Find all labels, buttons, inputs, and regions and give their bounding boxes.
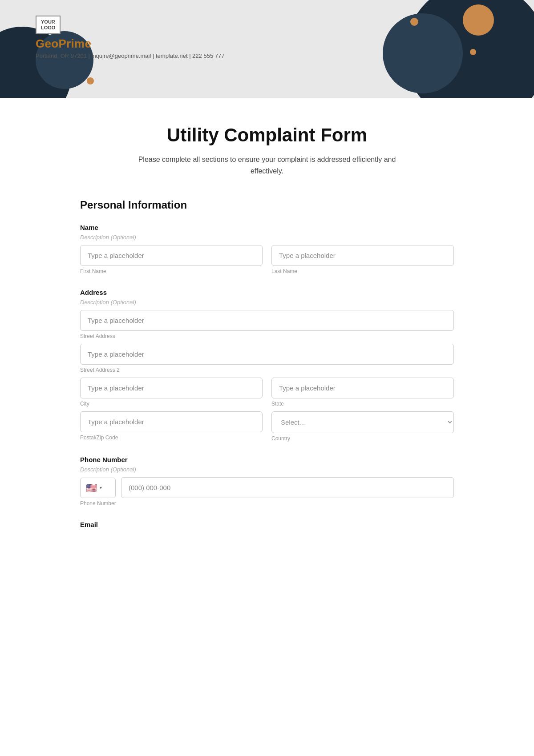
email-field-group: Email: [80, 521, 454, 528]
street1-input[interactable]: [80, 310, 454, 331]
name-input-row: First Name Last Name: [80, 245, 454, 274]
phone-input-wrap: [121, 477, 454, 498]
address-label: Address: [80, 289, 454, 296]
zip-input[interactable]: [80, 411, 263, 432]
form-subtitle: Please complete all sections to ensure y…: [134, 154, 400, 177]
last-name-input[interactable]: [271, 245, 454, 266]
email-label: Email: [80, 521, 454, 528]
zip-col: Postal/Zip Code: [80, 411, 263, 442]
first-name-col: First Name: [80, 245, 263, 274]
city-input[interactable]: [80, 378, 263, 398]
address-field-group: Address Description (Optional) Street Ad…: [80, 289, 454, 442]
first-name-input[interactable]: [80, 245, 263, 266]
first-name-sublabel: First Name: [80, 268, 263, 274]
phone-sublabel: Phone Number: [80, 500, 454, 507]
country-col: Select... United States Canada United Ki…: [271, 411, 454, 442]
last-name-sublabel: Last Name: [271, 268, 454, 274]
state-sublabel: State: [271, 401, 454, 407]
section-title-personal: Personal Information: [80, 199, 454, 211]
name-field-group: Name Description (Optional) First Name L…: [80, 224, 454, 274]
phone-label: Phone Number: [80, 456, 454, 463]
phone-field-group: Phone Number Description (Optional) 🇺🇸 ▾…: [80, 456, 454, 507]
name-label: Name: [80, 224, 454, 231]
country-sublabel: Country: [271, 435, 454, 442]
main-content: Utility Complaint Form Please complete a…: [62, 98, 472, 582]
address-description: Description (Optional): [80, 299, 454, 306]
zip-sublabel: Postal/Zip Code: [80, 434, 263, 441]
street2-sublabel: Street Address 2: [80, 367, 454, 373]
street1-sublabel: Street Address: [80, 333, 454, 339]
phone-description: Description (Optional): [80, 466, 454, 473]
city-col: City: [80, 378, 263, 407]
city-state-row: City State: [80, 378, 454, 407]
street1-wrap: Street Address: [80, 310, 454, 339]
country-select[interactable]: Select... United States Canada United Ki…: [271, 411, 454, 433]
personal-info-section: Personal Information Name Description (O…: [80, 199, 454, 528]
zip-country-row: Postal/Zip Code Select... United States …: [80, 411, 454, 442]
form-title: Utility Complaint Form: [80, 125, 454, 146]
phone-flag-select[interactable]: 🇺🇸 ▾: [80, 478, 116, 498]
phone-input[interactable]: [121, 477, 454, 498]
city-sublabel: City: [80, 401, 263, 407]
header: YOUR LOGO GeoPrime Portland, OR 97201 | …: [0, 0, 534, 98]
flag-emoji: 🇺🇸: [86, 483, 97, 493]
state-input[interactable]: [271, 378, 454, 398]
company-name: GeoPrime: [36, 37, 534, 51]
street2-input[interactable]: [80, 344, 454, 365]
chevron-down-icon: ▾: [100, 485, 102, 490]
street2-wrap: Street Address 2: [80, 344, 454, 373]
logo-line1: YOUR: [41, 19, 55, 24]
logo-line2: LOGO: [41, 25, 55, 30]
state-col: State: [271, 378, 454, 407]
phone-row: 🇺🇸 ▾: [80, 477, 454, 498]
deco-dot-bottom-left: [87, 77, 94, 84]
name-description: Description (Optional): [80, 234, 454, 241]
last-name-col: Last Name: [271, 245, 454, 274]
company-info: Portland, OR 97201 | inquire@geoprime.ma…: [36, 52, 534, 59]
header-content: YOUR LOGO GeoPrime Portland, OR 97201 | …: [0, 0, 534, 59]
logo-box: YOUR LOGO: [36, 16, 61, 34]
